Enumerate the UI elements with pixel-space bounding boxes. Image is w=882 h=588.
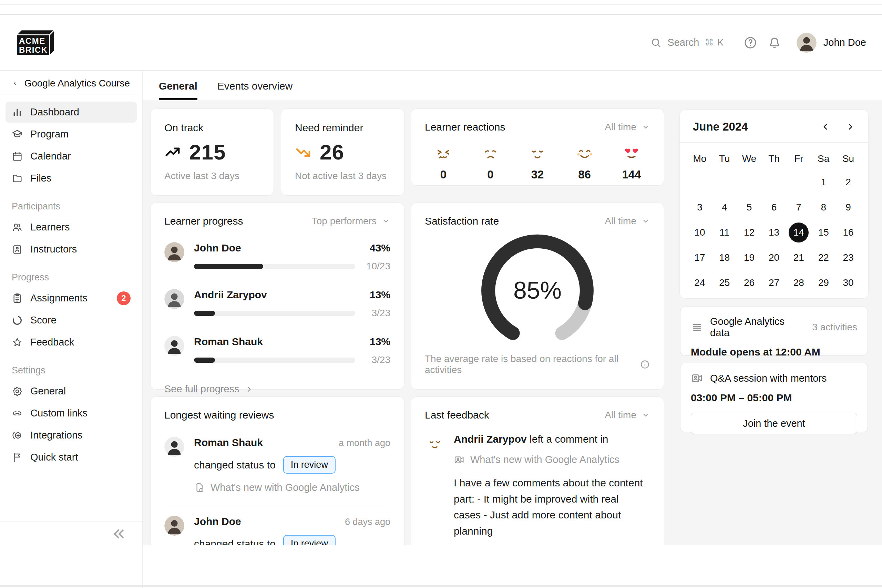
tab-general[interactable]: General <box>159 80 197 100</box>
sidebar-item-assignments[interactable]: Assignments 2 <box>6 288 137 309</box>
status-badge: In review <box>283 535 336 545</box>
calendar-day[interactable]: 5 <box>737 195 762 220</box>
calendar-day[interactable]: 30 <box>836 270 861 295</box>
calendar-day[interactable]: 26 <box>737 270 762 295</box>
sidebar-item-program[interactable]: Program <box>6 124 137 145</box>
calendar-day[interactable]: 21 <box>786 245 811 270</box>
sidebar-item-feedback[interactable]: Feedback <box>6 332 137 353</box>
dashboard-page: ACME BRICK Search ⌘ K John Doe <box>0 0 882 588</box>
calendar-day[interactable]: 11 <box>712 220 737 245</box>
learner-name: Andrii Zarypov <box>194 289 267 301</box>
sidebar-item-label: Instructors <box>30 243 77 255</box>
weekday-label: Tu <box>712 148 737 170</box>
calendar-day-selected[interactable]: 14 <box>786 220 811 245</box>
calendar-day[interactable]: 15 <box>811 220 836 245</box>
calendar-day[interactable]: 8 <box>811 195 836 220</box>
back-chevron-icon <box>12 78 17 88</box>
calendar-day[interactable]: 28 <box>786 270 811 295</box>
user-menu[interactable]: John Doe <box>796 33 866 53</box>
acme-brick-logo[interactable]: ACME BRICK <box>16 29 57 56</box>
calendar-day[interactable]: 13 <box>762 220 787 245</box>
chevron-down-icon <box>641 123 650 132</box>
review-target-link[interactable]: What's new with Google Analytics <box>194 482 390 493</box>
sidebar-item-label: Custom links <box>30 408 87 419</box>
calendar-day[interactable]: 3 <box>687 195 712 220</box>
tab-events-overview[interactable]: Events overview <box>218 80 292 100</box>
satisfaction-filter-dropdown[interactable]: All time <box>604 216 650 226</box>
calendar-day[interactable]: 16 <box>836 220 861 245</box>
weekday-label: Fr <box>786 148 811 170</box>
filter-value: All time <box>604 122 636 133</box>
calendar-next-button[interactable] <box>846 122 855 132</box>
calendar-day[interactable]: 24 <box>687 270 712 295</box>
calendar-day[interactable]: 1 <box>811 170 836 195</box>
feedback-comment: I have a few comments about the content … <box>454 475 646 539</box>
on-track-card: On track 215 Active last 3 days <box>150 108 274 196</box>
reaction-count: 86 <box>578 168 591 181</box>
calendar-day[interactable]: 19 <box>737 245 762 270</box>
learner-reactions-card: Learner reactions All time 0 0 32 <box>411 108 664 186</box>
loader-circle-icon <box>12 315 23 326</box>
feedback-filter-dropdown[interactable]: All time <box>604 410 650 421</box>
notifications-button[interactable] <box>768 36 782 50</box>
sidebar-item-dashboard[interactable]: Dashboard <box>6 102 137 123</box>
calendar-day[interactable]: 6 <box>762 195 787 220</box>
sidebar-item-files[interactable]: Files <box>6 168 137 189</box>
flag-icon <box>12 452 23 463</box>
calendar-day[interactable]: 22 <box>811 245 836 270</box>
calendar-day[interactable]: 23 <box>836 245 861 270</box>
sidebar-item-learners[interactable]: Learners <box>6 217 137 238</box>
progress-bar-fill <box>194 311 215 316</box>
calendar-day[interactable]: 25 <box>712 270 737 295</box>
calendar-day[interactable]: 12 <box>737 220 762 245</box>
calendar-day[interactable]: 17 <box>687 245 712 270</box>
review-action: changed status to <box>194 538 276 546</box>
event-card-qa-session: Q&A session with mentors 03:00 PM – 05:0… <box>680 363 868 432</box>
calendar-day[interactable]: 2 <box>836 170 861 195</box>
sidebar-item-integrations[interactable]: Integrations <box>6 425 137 446</box>
sidebar-item-custom-links[interactable]: Custom links <box>6 403 137 424</box>
help-button[interactable] <box>744 36 757 50</box>
review-item: Roman Shauk a month ago changed status t… <box>164 426 390 505</box>
weekday-label: Su <box>836 148 861 170</box>
search-icon <box>650 37 662 49</box>
calendar-day[interactable]: 10 <box>687 220 712 245</box>
feedback-target-link[interactable]: What's new with Google Analytics <box>454 454 650 465</box>
avatar <box>164 289 184 309</box>
search-button[interactable]: Search ⌘ K <box>650 37 724 49</box>
main-content: On track 215 Active last 3 days Need rem… <box>143 100 882 545</box>
event-title: Q&A session with mentors <box>710 373 857 384</box>
calendar-day-empty <box>737 170 762 195</box>
join-event-button[interactable]: Join the event <box>691 412 857 434</box>
feedback-target-label: What's new with Google Analytics <box>470 454 620 465</box>
sidebar-item-general[interactable]: General <box>6 381 137 402</box>
calendar-prev-button[interactable] <box>820 122 830 132</box>
course-back-row[interactable]: Google Analytics Course <box>0 71 142 96</box>
reaction-item: 86 <box>574 142 596 181</box>
calendar-day[interactable]: 4 <box>712 195 737 220</box>
info-icon[interactable] <box>640 359 650 370</box>
sidebar-item-instructors[interactable]: Instructors <box>6 239 137 260</box>
reactions-filter-dropdown[interactable]: All time <box>604 122 650 133</box>
collapse-sidebar-button[interactable] <box>111 526 126 542</box>
event-card-module[interactable]: Google Analytics data 3 activities Modul… <box>680 307 868 356</box>
progress-filter-dropdown[interactable]: Top performers <box>312 216 390 226</box>
calendar-day[interactable]: 7 <box>786 195 811 220</box>
calendar-day[interactable]: 20 <box>762 245 787 270</box>
doc-play-icon <box>194 482 205 493</box>
event-activities-count: 3 activities <box>812 322 857 333</box>
sidebar-item-score[interactable]: Score <box>6 310 137 331</box>
trend-up-icon <box>164 144 181 160</box>
calendar-day[interactable]: 18 <box>712 245 737 270</box>
calendar-day[interactable]: 27 <box>762 270 787 295</box>
sidebar-item-calendar[interactable]: Calendar <box>6 146 137 167</box>
see-full-progress-link[interactable]: See full progress <box>150 366 404 395</box>
review-action: changed status to <box>194 459 276 471</box>
calendar-day[interactable]: 29 <box>811 270 836 295</box>
weekday-label: Mo <box>687 148 712 170</box>
progress-bar-fill <box>194 264 263 269</box>
calendar-icon <box>12 151 23 162</box>
heart-eyes-face-emoji <box>621 142 642 164</box>
calendar-day[interactable]: 9 <box>836 195 861 220</box>
sidebar-item-quick-start[interactable]: Quick start <box>6 447 137 468</box>
